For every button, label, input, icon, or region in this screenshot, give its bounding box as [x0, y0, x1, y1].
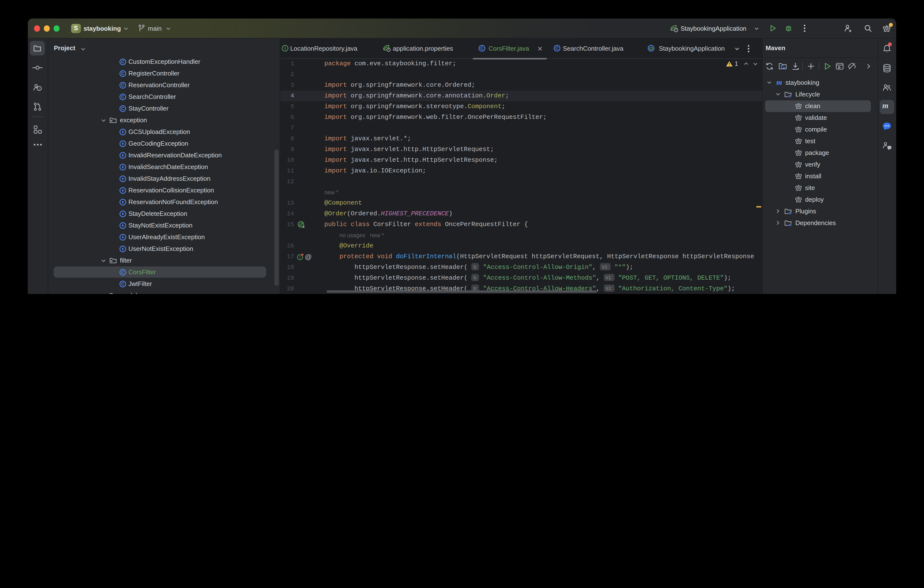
svg-text:C: C: [480, 46, 483, 50]
svg-text:C: C: [121, 59, 124, 64]
svg-text:C: C: [121, 94, 124, 99]
svg-text:I: I: [284, 46, 285, 50]
svg-text:C: C: [121, 71, 124, 76]
svg-text:C: C: [121, 83, 124, 88]
svg-text:C: C: [121, 282, 124, 287]
svg-text:I: I: [299, 255, 300, 259]
svg-text:C: C: [555, 46, 558, 50]
svg-text:C: C: [121, 106, 124, 111]
svg-text:C: C: [121, 270, 124, 275]
